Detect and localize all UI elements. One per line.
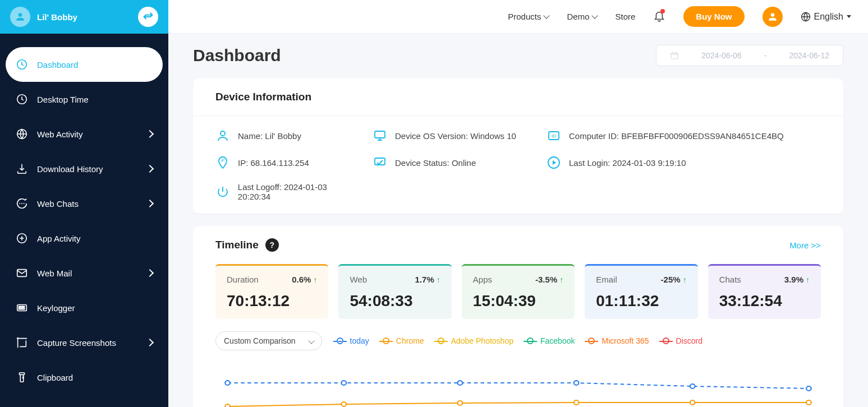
svg-point-23 [225,381,230,385]
main: Products Demo Store Buy Now English Dash… [168,0,868,407]
sidebar-item-desktop-time[interactable]: Desktop Time [6,82,163,117]
legend-marker [659,337,673,344]
svg-point-29 [225,404,230,407]
nav-label: Capture Screenshots [37,338,116,348]
buy-now-button[interactable]: Buy Now [683,6,744,27]
svg-point-24 [341,381,346,385]
stat-duration[interactable]: Duration0.6% ↑70:13:12 [215,264,328,319]
legend-row: Custom Comparison todayChromeAdobe Photo… [193,331,843,359]
legend-marker [333,337,347,344]
date-from: 2024-06-06 [701,51,742,60]
chevron-right-icon [146,339,154,346]
nav-icon [16,267,28,279]
monitor-icon [373,128,387,143]
chevron-down-icon [308,337,314,344]
svg-rect-15 [671,53,678,59]
nav-store[interactable]: Store [615,12,635,21]
date-sep: - [764,51,767,60]
page-head: Dashboard 2024-06-06 - 2024-06-12 [193,45,843,66]
timeline-title: Timeline [215,239,259,251]
stat-web[interactable]: Web1.7% ↑54:08:33 [338,264,451,319]
swap-icon[interactable] [138,7,158,27]
sidebar-item-web-activity[interactable]: Web Activity [6,117,163,151]
sidebar-item-app-activity[interactable]: App Activity [6,221,163,256]
arrow-up-icon: ↑ [806,275,810,284]
nav-icon [16,302,28,314]
nav-icon [16,58,28,71]
nav-demo[interactable]: Demo [567,12,597,21]
nav-label: Web Chats [37,199,79,209]
sidebar-item-dashboard[interactable]: Dashboard [6,47,163,82]
sidebar-username: Lil' Bobby [37,12,131,22]
nav-products[interactable]: Products [508,12,549,21]
nav-label: Desktop Time [37,95,89,104]
nav-label: Web Activity [37,130,82,139]
device-info-title: Device Information [215,91,311,103]
stat-label: Chats [719,275,741,284]
notifications-icon[interactable] [653,10,665,24]
sidebar-item-web-chats[interactable]: Web Chats [6,186,163,221]
info-id: IDComputer ID: BFEBFBFF000906EDSS9AN8465… [546,128,821,143]
person-icon [215,128,230,143]
arrow-up-icon: ↑ [559,275,563,284]
avatar[interactable] [10,7,30,27]
sidebar-item-keylogger[interactable]: Keylogger [6,290,163,325]
nav-products-label: Products [508,12,541,21]
legend-microsoft-365[interactable]: Microsoft 365 [585,336,649,345]
nav-label: Dashboard [37,60,78,70]
ip-icon: IP [215,155,230,170]
info-os: Device OS Version: Windows 10 [373,128,535,143]
help-icon[interactable]: ? [265,238,279,252]
language-selector[interactable]: English [801,12,851,22]
sidebar-item-clipboard[interactable]: Clipboard [6,360,163,395]
legend-marker [379,337,393,344]
svg-point-31 [458,401,463,405]
chevron-right-icon [146,269,154,277]
info-status: Device Status: Online [373,155,535,170]
legend-adobe-photoshop[interactable]: Adobe Photoshop [434,336,513,345]
svg-rect-17 [375,131,385,138]
legend-discord[interactable]: Discord [659,336,702,345]
arrow-up-icon: ↑ [683,275,687,284]
sidebar-item-web-mail[interactable]: Web Mail [6,256,163,290]
user-menu[interactable] [763,7,783,27]
stat-label: Apps [473,275,492,284]
nav-label: Download History [37,164,103,174]
nav-label: Web Mail [37,269,72,278]
stat-chats[interactable]: Chats3.9% ↑33:12:54 [708,264,821,319]
device-info-card: Device Information Name: Lil' Bobby Devi… [193,78,843,214]
nav-demo-label: Demo [567,12,589,21]
svg-point-30 [341,402,346,406]
svg-rect-10 [21,306,22,307]
nav-icon [16,128,28,140]
nav-icon [16,336,28,349]
svg-point-3 [19,203,20,204]
legend-today[interactable]: today [333,336,369,345]
nav-icon [16,371,28,383]
more-link[interactable]: More >> [789,240,821,250]
sidebar-header: Lil' Bobby [0,0,168,34]
svg-point-5 [24,203,25,204]
compare-select[interactable]: Custom Comparison [215,331,322,350]
stats-row: Duration0.6% ↑70:13:12Web1.7% ↑54:08:33A… [193,264,843,331]
svg-text:ID: ID [552,133,556,138]
svg-point-27 [690,384,695,388]
stat-label: Email [596,275,617,284]
stat-email[interactable]: Email-25% ↑01:11:32 [585,264,697,319]
svg-point-28 [806,386,811,391]
info-ip: IPIP: 68.164.113.254 [215,155,361,170]
chevron-right-icon [146,165,154,173]
sidebar-item-download-history[interactable]: Download History [6,151,163,186]
legend-facebook[interactable]: Facebook [523,336,575,345]
legend-chrome[interactable]: Chrome [379,336,424,345]
date-range-picker[interactable]: 2024-06-06 - 2024-06-12 [656,45,843,66]
power-icon [215,184,230,199]
sidebar-item-capture-screenshots[interactable]: Capture Screenshots [6,325,163,360]
topbar: Products Demo Store Buy Now English [168,0,868,34]
stat-value: 33:12:54 [719,292,810,310]
nav-icon [16,93,28,105]
stat-value: 54:08:33 [350,292,440,310]
stat-delta: -25% ↑ [661,275,687,284]
stat-apps[interactable]: Apps-3.5% ↑15:04:39 [462,264,575,319]
svg-point-25 [458,381,463,385]
